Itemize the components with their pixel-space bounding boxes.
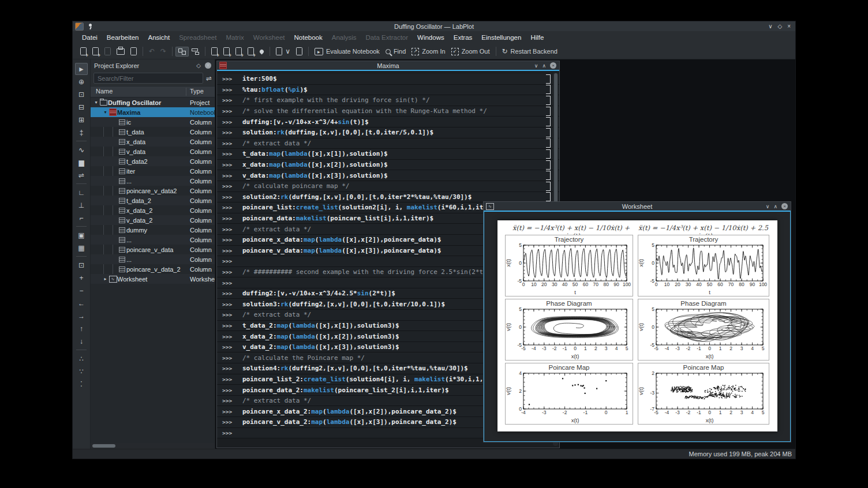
plot-trajectory-2[interactable]: Trajectory010203040506070809010050-5tx(t… [638,235,769,296]
notebook-cell[interactable]: >>>duffing:[v,-v/10+x-x^3/4+sin(t)]$ [217,117,559,127]
shade-subwindow-icon[interactable]: ∨ [534,63,538,69]
shift-right-icon[interactable]: → [75,310,88,322]
zoom-out-region-icon[interactable]: − [75,284,88,296]
scale-auto-icon[interactable]: ∴ [75,352,88,365]
tree-row-v-data[interactable]: v_dataColumn [91,147,215,156]
new-worksheet-button[interactable] [208,46,220,57]
open-project-button[interactable] [89,46,102,57]
menu-bearbeiten[interactable]: Bearbeiten [102,32,144,43]
tree-row-t-data[interactable]: t_dataColumn [91,127,215,137]
image-icon[interactable]: ▦ [75,242,88,254]
scale-auto-y-icon[interactable]: ⁚ [75,378,88,390]
tree-row-worksheet[interactable]: ▸∿WorksheetWorksheet [91,274,215,284]
find-button[interactable]: Find [383,46,409,57]
tree-row-poincare-v-data2[interactable]: poincare_v_data2Column [91,186,215,196]
new-plot-icon[interactable]: ∿ [75,144,88,156]
tree-row-t-data-2[interactable]: t_data_2Column [91,196,215,205]
notebook-cell[interactable]: >>>x_data:map(lambda([x],x[2]),solution)… [217,160,559,171]
tree-row-v-data-2[interactable]: v_data_2Column [91,215,215,225]
text-label-icon[interactable]: ▣ [75,229,88,241]
shade-subwindow-icon[interactable]: ∨ [766,204,770,209]
notebook-cell[interactable]: >>>/* solve the differential equation wi… [217,106,559,117]
restore-subwindow-icon[interactable]: ∧ [773,204,777,209]
column-header-type[interactable]: Type [190,88,204,95]
new-matrix-button[interactable] [233,46,245,57]
plot-phase-diagram-1[interactable]: Phase Diagram-5-4-3-2-101234550-5x(t)v(t… [505,299,633,361]
close-subwindow-icon[interactable]: × [781,203,788,209]
close-panel-icon[interactable]: × [205,62,211,69]
notebook-title-bar[interactable]: Maxima ∨ ∧ × [217,61,559,71]
window-visibility-button[interactable] [175,47,189,57]
shift-up-icon[interactable]: ↑ [75,322,88,335]
scale-auto-x-icon[interactable]: ∵ [75,365,88,377]
tree-row-maxima[interactable]: ▾MaximaNotebook [91,107,215,117]
zoom-in-region-icon[interactable]: + [75,272,88,284]
notebook-cell[interactable]: >>>solution:rk(duffing,[x,v],[0,0],[t,0,… [217,127,559,138]
horizontal-scrollbar[interactable] [91,443,215,449]
crosshair-icon[interactable]: ⊕ [75,76,88,88]
zoom-select-icon[interactable]: ⊡ [75,88,88,100]
plot-poincare-map-2[interactable]: Poincare Map-5-4-3-2-10123452-3-7x(t)v(t… [638,363,769,425]
scrollbar-thumb[interactable] [92,444,115,448]
plot-trajectory-1[interactable]: Trajectory010203040506070809010050-5tx(t… [505,235,633,296]
notebook-cell[interactable]: >>>v_data:map(lambda([x],x[3]),solution)… [217,170,559,181]
menu-ansicht[interactable]: Ansicht [143,32,174,43]
restore-subwindow-icon[interactable]: ∧ [542,63,546,69]
worksheet-title-bar[interactable]: ∿ Worksheet ∨ ∧ × [484,202,791,212]
menu-hilfe[interactable]: Hilfe [526,32,548,43]
close-window-icon[interactable]: × [787,23,791,29]
presenter-mode-button[interactable] [189,47,202,57]
new-project-button[interactable] [77,46,89,57]
select-cursor-icon[interactable]: ► [75,63,88,75]
column-header-name[interactable]: Name [96,88,113,95]
tree-row-iter[interactable]: iterColumn [91,166,215,176]
tree-header[interactable]: Name Type [91,86,215,97]
zoom-x-select-icon[interactable]: ⊟ [75,101,88,113]
menu-einstellungen[interactable]: Einstellungen [477,32,526,43]
tree-row-t-data2[interactable]: t_data2Column [91,156,215,166]
histogram-icon[interactable]: ▆ [75,156,88,168]
plot-poincare-map-1[interactable]: Poincare Map-4-3-2-101420x(t)v(t) [505,363,633,425]
notebook-cell[interactable]: >>>/* calculate poincare map */ [217,181,559,192]
axis-ticks-icon[interactable]: ⊥ [75,199,88,211]
chevron-down-icon[interactable]: ∨ [285,48,290,55]
color-theme-button[interactable] [257,48,267,55]
tree-row-ic[interactable]: icColumn [91,117,215,127]
collapse-icon[interactable]: ▾ [102,110,108,115]
notebook-cell[interactable]: >>>iter:500$ [217,74,559,85]
notebook-cell[interactable]: >>>%tau:bfloat(%pi)$ [217,85,559,96]
plot-phase-diagram-2[interactable]: Phase Diagram-5-4-3-2-101234550-5x(t)v(t… [638,299,769,361]
new-spreadsheet-button[interactable] [220,46,233,57]
menu-datei[interactable]: Datei [77,32,102,43]
tree-row-duffing-oscillator[interactable]: ▾Duffing OscillatorProject [91,97,215,107]
zoom-out-button[interactable]: ↙ Zoom Out [448,46,493,57]
axis-icon[interactable]: ∟ [75,186,88,198]
tree-row-item[interactable]: ...Column [91,235,215,245]
tree-row-item[interactable]: ...Column [91,254,215,264]
new-workbook-button[interactable] [245,46,257,57]
menu-windows[interactable]: Windows [413,32,449,43]
notebook-cell[interactable]: >>>/* extract data */ [217,138,559,149]
tree-row-x-data-2[interactable]: x_data_2Column [91,205,215,215]
shade-window-icon[interactable]: ∨ [768,23,772,29]
axis-vertical-icon[interactable]: ⌐ [75,212,88,224]
notebook-cell[interactable]: >>>t_data:map(lambda([x],x[1]),solution)… [217,149,559,160]
shift-left-icon[interactable]: ← [75,297,88,309]
worksheet-canvas[interactable]: ẍ(t) = −1/4x³(t) + x(t) − 1/10ẋ(t) + sin… [497,220,777,431]
tree-row-x-data[interactable]: x_dataColumn [91,137,215,147]
import-button[interactable] [293,46,305,57]
shift-down-icon[interactable]: ↓ [75,335,88,347]
restart-backend-button[interactable]: ↻ Restart Backend [499,46,560,57]
tree-row-item[interactable]: ...Column [91,176,215,186]
notebook-cell[interactable]: >>>/* first example with the driving for… [217,95,559,106]
evaluate-notebook-button[interactable]: ▶ Evaluate Notebook [312,46,383,57]
cursor-line-icon[interactable]: ‡ [75,126,88,138]
zoom-y-select-icon[interactable]: ⊞ [75,114,88,126]
title-bar[interactable]: Duffing Oscillator — LabPlot ∨ ◇ × [73,21,795,31]
tree-row-dummy[interactable]: dummyColumn [91,225,215,235]
menu-extras[interactable]: Extras [449,32,477,43]
new-notebook-button[interactable]: ∨ [273,46,293,57]
close-subwindow-icon[interactable]: × [550,62,556,69]
expand-icon[interactable]: ▸ [102,276,108,281]
print-preview-button[interactable] [128,46,140,57]
